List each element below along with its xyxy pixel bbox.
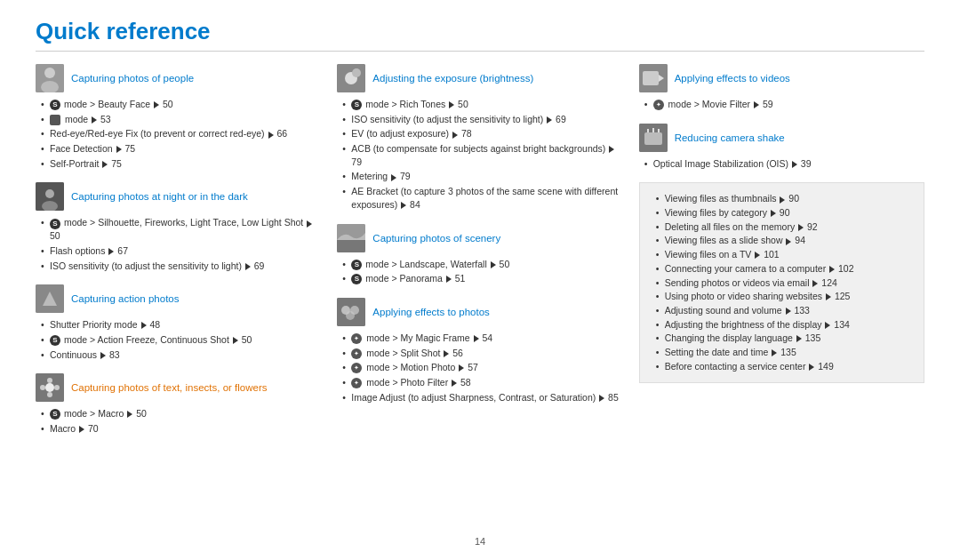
list-item: Viewing files as thumbnails 90 xyxy=(656,192,913,205)
page-number: 14 xyxy=(36,536,924,547)
s-mode-icon xyxy=(50,219,60,229)
section-scenery-icon xyxy=(337,224,365,252)
list-item: Adjusting the brightness of the display … xyxy=(656,318,913,332)
section-exposure: Adjusting the exposure (brightness) mode… xyxy=(337,64,622,212)
info-box: Viewing files as thumbnails 90 Viewing f… xyxy=(639,182,924,383)
section-action-list: Shutter Priority mode 48 mode > Action F… xyxy=(36,318,321,361)
section-camera-shake-title: Reducing camera shake xyxy=(675,132,785,143)
svg-point-9 xyxy=(47,378,52,383)
section-effects-photos-icon xyxy=(337,298,365,326)
svg-point-4 xyxy=(45,189,54,198)
left-column: Capturing photos of people mode > Beauty… xyxy=(36,64,337,531)
arrow-icon xyxy=(599,395,604,402)
list-item: ✦ mode > Split Shot 56 xyxy=(342,347,622,360)
section-flowers-icon xyxy=(36,373,64,402)
arrow-icon xyxy=(474,335,479,342)
arrow-icon xyxy=(825,322,830,329)
section-effects-photos: Applying effects to photos ✦ mode > My M… xyxy=(337,298,622,404)
section-night-icon xyxy=(36,182,64,211)
section-people-title: Capturing photos of people xyxy=(71,73,194,84)
cam-mode-icon xyxy=(50,115,60,125)
section-people-icon xyxy=(36,64,64,92)
list-item: Adjusting sound and volume 133 xyxy=(656,304,913,317)
arrow-icon xyxy=(829,266,835,273)
list-item: mode > Landscape, Waterfall 50 xyxy=(342,258,622,271)
section-flowers-title: Capturing photos of text, insects, or fl… xyxy=(71,382,268,393)
list-item: Setting the date and time 135 xyxy=(656,346,913,359)
section-people-header: Capturing photos of people xyxy=(36,64,321,92)
middle-column: Adjusting the exposure (brightness) mode… xyxy=(337,64,638,531)
arrow-icon xyxy=(786,308,791,315)
effect-mode-icon: ✦ xyxy=(653,100,664,110)
s-mode-icon xyxy=(50,100,60,110)
section-night-list: mode > Silhouette, Fireworks, Light Trac… xyxy=(36,216,321,272)
list-item: Shutter Priority mode 48 xyxy=(41,318,321,332)
list-item: Optical Image Stabilization (OIS) 39 xyxy=(644,157,924,171)
s-mode-icon xyxy=(50,409,60,420)
arrow-icon xyxy=(452,380,457,387)
section-scenery-list: mode > Landscape, Waterfall 50 mode > Pa… xyxy=(337,258,622,285)
section-action-title: Capturing action photos xyxy=(71,293,179,304)
arrow-icon xyxy=(826,293,831,300)
effect-mode-icon: ✦ xyxy=(351,378,362,388)
list-item: Continuous 83 xyxy=(41,348,321,362)
arrow-icon xyxy=(446,276,452,283)
section-effects-photos-list: ✦ mode > My Magic Frame 54 ✦ mode > Spli… xyxy=(337,332,622,404)
section-action-icon xyxy=(36,284,64,313)
svg-point-11 xyxy=(40,385,45,390)
list-item: Before contacting a service center 149 xyxy=(656,360,913,373)
section-exposure-title: Adjusting the exposure (brightness) xyxy=(372,73,533,84)
arrow-icon xyxy=(391,174,396,181)
section-exposure-header: Adjusting the exposure (brightness) xyxy=(337,64,622,92)
arrow-icon xyxy=(116,146,122,153)
list-item: Viewing files as a slide show 94 xyxy=(656,234,913,247)
page-title: Quick reference xyxy=(36,18,924,45)
list-item: ✦ mode > Movie Filter 59 xyxy=(644,98,924,111)
list-item: ✦ mode > My Magic Frame 54 xyxy=(342,332,622,345)
section-scenery: Capturing photos of scenery mode > Lands… xyxy=(337,224,622,285)
list-item: mode > Rich Tones 50 xyxy=(342,98,622,111)
list-item: mode > Silhouette, Fireworks, Light Trac… xyxy=(41,216,321,242)
list-item: mode > Action Freeze, Continuous Shot 50 xyxy=(41,333,321,347)
section-effects-videos-title: Applying effects to videos xyxy=(675,73,790,84)
arrow-icon xyxy=(798,224,804,231)
section-action-header: Capturing action photos xyxy=(36,284,321,313)
arrow-icon xyxy=(491,261,496,268)
list-item: ✦ mode > Photo Filter 58 xyxy=(342,376,622,389)
arrow-icon xyxy=(755,252,760,259)
arrow-icon xyxy=(796,335,802,342)
list-item: ✦ mode > Motion Photo 57 xyxy=(342,361,622,374)
section-effects-videos-list: ✦ mode > Movie Filter 59 xyxy=(639,98,924,111)
list-item: Viewing files on a TV 101 xyxy=(656,248,913,261)
section-effects-videos-icon xyxy=(639,64,668,92)
arrow-icon xyxy=(154,101,159,108)
arrow-icon xyxy=(809,364,814,371)
section-people: Capturing photos of people mode > Beauty… xyxy=(36,64,321,170)
arrow-icon xyxy=(268,132,274,139)
arrow-icon xyxy=(459,364,464,372)
list-item: mode > Macro 50 xyxy=(41,407,321,420)
section-scenery-title: Capturing photos of scenery xyxy=(372,233,500,244)
arrow-icon xyxy=(127,411,132,418)
list-item: mode > Beauty Face 50 xyxy=(41,98,321,111)
list-item: mode > Panorama 51 xyxy=(342,272,622,285)
arrow-icon xyxy=(401,202,406,209)
list-item: ACB (to compensate for subjects against … xyxy=(342,142,622,168)
s-mode-icon xyxy=(351,274,362,284)
title-divider xyxy=(36,51,924,52)
section-exposure-icon xyxy=(337,64,365,92)
arrow-icon xyxy=(102,161,108,168)
arrow-icon xyxy=(771,210,776,217)
arrow-icon xyxy=(307,220,312,228)
arrow-icon xyxy=(754,101,759,108)
svg-rect-23 xyxy=(643,71,659,85)
list-item: Red-eye/Red-eye Fix (to prevent or corre… xyxy=(41,127,321,140)
section-effects-videos-header: Applying effects to videos xyxy=(639,64,924,92)
list-item: Face Detection 75 xyxy=(41,142,321,156)
section-camera-shake: Reducing camera shake Optical Image Stab… xyxy=(639,124,924,171)
arrow-icon xyxy=(780,196,785,204)
section-camera-shake-header: Reducing camera shake xyxy=(639,124,924,152)
s-mode-icon xyxy=(351,260,362,270)
arrow-icon xyxy=(233,337,238,344)
section-effects-photos-header: Applying effects to photos xyxy=(337,298,622,326)
